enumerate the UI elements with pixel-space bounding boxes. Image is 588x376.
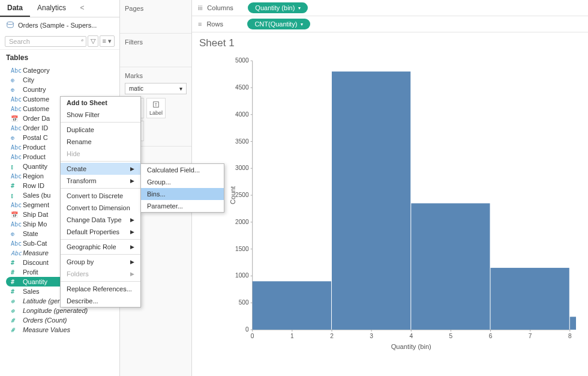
menu-converttodimension[interactable]: Convert to Dimension bbox=[61, 202, 140, 214]
menu-transform[interactable]: Transform▶ bbox=[61, 175, 140, 187]
field-type-icon: ⊕ bbox=[11, 135, 19, 141]
field-type-icon: Abc bbox=[11, 144, 19, 151]
columns-shelf[interactable]: iii Columns Quantity (bin) ▾ bbox=[192, 0, 588, 16]
menu-folders: Folders▶ bbox=[61, 268, 140, 280]
mark-label-label: Label bbox=[149, 110, 163, 116]
field-name: Order Da bbox=[23, 115, 50, 122]
svg-text:7: 7 bbox=[529, 333, 532, 339]
menu-geographicrole[interactable]: Geographic Role▶ bbox=[61, 241, 140, 253]
menu-item-text: Show Filter bbox=[67, 111, 100, 118]
menu-item-text: Hide bbox=[67, 150, 80, 157]
columns-pill[interactable]: Quantity (bin) ▾ bbox=[248, 2, 308, 13]
menu-item-text: Add to Sheet bbox=[67, 99, 107, 106]
mark-label[interactable]: T Label bbox=[146, 98, 166, 118]
field-orderscount[interactable]: #Orders (Count) bbox=[0, 315, 119, 325]
field-name: Custome bbox=[23, 105, 49, 112]
field-city[interactable]: ⊕City bbox=[0, 75, 119, 85]
rows-pill[interactable]: CNT(Quantity) ▾ bbox=[247, 19, 310, 29]
svg-text:6: 6 bbox=[489, 333, 493, 339]
field-type-icon: Abc bbox=[11, 154, 19, 160]
chart-area[interactable]: 0500100015002000250030003500400045005000… bbox=[192, 54, 588, 376]
search-icon: 𝆩 bbox=[81, 38, 83, 46]
submenu-parameter[interactable]: Parameter... bbox=[141, 200, 224, 212]
menu-rename[interactable]: Rename bbox=[61, 136, 140, 148]
tab-analytics[interactable]: Analytics < bbox=[30, 0, 91, 17]
submenu-group[interactable]: Group... bbox=[141, 176, 224, 188]
field-measurevalues[interactable]: #Measure Values bbox=[0, 325, 119, 335]
tables-header: Tables bbox=[0, 50, 119, 65]
menu-item-text: Rename bbox=[67, 138, 92, 145]
marks-label: Marks bbox=[125, 72, 187, 79]
menu-groupby[interactable]: Group by▶ bbox=[61, 256, 140, 268]
menu-describe[interactable]: Describe... bbox=[61, 295, 140, 307]
submenu-arrow-icon: ▶ bbox=[130, 244, 134, 250]
menu-item-text: Default Properties bbox=[67, 228, 119, 235]
field-name: Category bbox=[23, 67, 50, 74]
menu-addtosheet[interactable]: Add to Sheet bbox=[61, 97, 140, 109]
field-type-icon: Abc bbox=[11, 106, 19, 112]
submenu-arrow-icon: ▶ bbox=[130, 178, 134, 184]
field-name: Sub-Cat bbox=[23, 240, 47, 247]
sheet-title[interactable]: Sheet 1 bbox=[192, 32, 588, 54]
chevron-down-icon: ▾ bbox=[298, 5, 301, 11]
field-country[interactable]: ⊕Country bbox=[0, 85, 119, 94]
field-type-icon: Abc bbox=[11, 67, 19, 74]
svg-text:1: 1 bbox=[290, 333, 294, 339]
field-name: Sales (bu bbox=[23, 192, 50, 199]
separator bbox=[61, 188, 140, 189]
svg-text:1000: 1000 bbox=[235, 272, 249, 279]
menu-create[interactable]: Create▶ bbox=[61, 163, 140, 175]
field-type-icon: ⫿ bbox=[11, 163, 19, 170]
submenu-arrow-icon: ▶ bbox=[130, 271, 134, 277]
menu-duplicate[interactable]: Duplicate bbox=[61, 124, 140, 136]
svg-point-0 bbox=[7, 22, 14, 24]
svg-rect-34 bbox=[570, 317, 576, 329]
menu-defaultproperties[interactable]: Default Properties▶ bbox=[61, 226, 140, 238]
tab-data[interactable]: Data bbox=[0, 0, 30, 17]
tab-analytics-label: Analytics bbox=[37, 4, 66, 12]
menu-replacereferences[interactable]: Replace References... bbox=[61, 283, 140, 295]
data-source[interactable]: Orders (Sample - Supers... bbox=[0, 17, 119, 33]
marks-type-text: matic bbox=[129, 85, 143, 92]
field-type-icon: ⊕ bbox=[11, 231, 19, 237]
field-type-icon: Abc bbox=[11, 173, 19, 180]
search-input[interactable]: Search 𝆩 bbox=[5, 36, 86, 47]
rows-shelf[interactable]: ≡ Rows CNT(Quantity) ▾ bbox=[192, 16, 588, 32]
menu-changedatatype[interactable]: Change Data Type▶ bbox=[61, 214, 140, 226]
separator bbox=[61, 122, 140, 123]
view-icon[interactable]: ≡ ▾ bbox=[100, 35, 115, 47]
field-type-icon: Abc bbox=[11, 96, 19, 103]
submenu-bins[interactable]: Bins... bbox=[141, 188, 224, 200]
field-type-icon: ⊕ bbox=[11, 77, 19, 83]
submenu-calculatedfield[interactable]: Calculated Field... bbox=[141, 164, 224, 176]
marks-type-select[interactable]: matic ▾ bbox=[125, 83, 187, 94]
submenu-arrow-icon: ▶ bbox=[130, 217, 134, 223]
svg-text:2500: 2500 bbox=[235, 192, 249, 198]
field-name: State bbox=[23, 230, 38, 237]
field-name: Sales bbox=[23, 288, 40, 295]
svg-text:0: 0 bbox=[251, 333, 254, 339]
menu-showfilter[interactable]: Show Filter bbox=[61, 109, 140, 121]
svg-text:8: 8 bbox=[568, 333, 572, 339]
field-name: Order ID bbox=[23, 124, 48, 132]
field-type-icon: # bbox=[11, 327, 19, 333]
main-area: iii Columns Quantity (bin) ▾ ≡ Rows CNT(… bbox=[192, 0, 588, 376]
filters-shelf[interactable]: Filters bbox=[120, 34, 191, 67]
svg-text:Quantity (bin): Quantity (bin) bbox=[391, 343, 431, 350]
field-name: Row ID bbox=[23, 182, 44, 189]
separator bbox=[61, 239, 140, 240]
svg-text:3500: 3500 bbox=[235, 138, 249, 145]
menu-item-text: Replace References... bbox=[67, 285, 132, 293]
field-category[interactable]: AbcCategory bbox=[0, 65, 119, 75]
svg-rect-32 bbox=[411, 203, 490, 329]
columns-label: Columns bbox=[207, 4, 243, 11]
field-name: Measure Values bbox=[23, 326, 70, 333]
svg-text:5000: 5000 bbox=[235, 57, 249, 64]
pages-shelf[interactable]: Pages bbox=[120, 0, 191, 34]
pages-label: Pages bbox=[125, 5, 187, 12]
filter-icon[interactable]: ▽ bbox=[88, 35, 98, 47]
field-name: Measure bbox=[23, 249, 49, 256]
svg-text:T: T bbox=[155, 103, 158, 107]
menu-converttodiscrete[interactable]: Convert to Discrete bbox=[61, 190, 140, 202]
collapse-icon[interactable]: < bbox=[80, 4, 84, 12]
